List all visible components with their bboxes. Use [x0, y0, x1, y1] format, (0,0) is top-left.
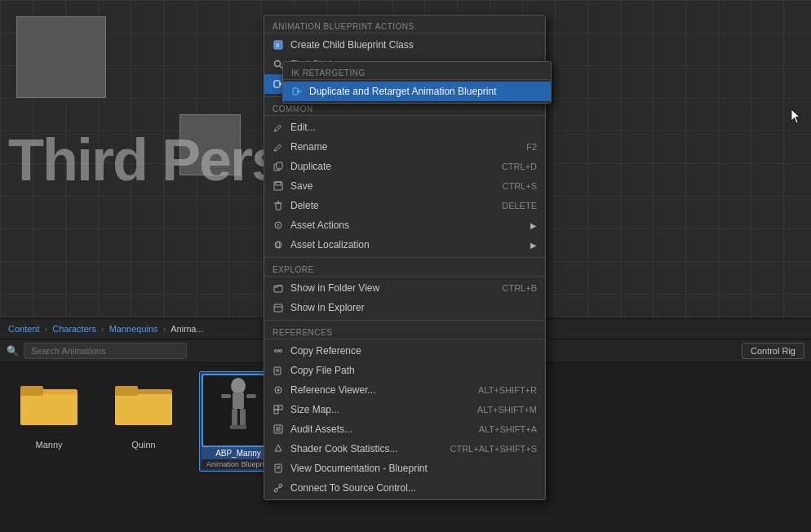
- delete-icon: [273, 200, 284, 211]
- size-map-icon: [273, 404, 284, 415]
- svg-rect-10: [246, 394, 256, 398]
- menu-asset-actions[interactable]: Asset Actions ▶: [264, 215, 545, 235]
- folder-quinn[interactable]: Quinn: [103, 371, 184, 472]
- menu-save[interactable]: Save CTRL+S: [264, 176, 545, 196]
- svg-rect-11: [232, 409, 237, 427]
- folder-manny[interactable]: Manny: [8, 371, 90, 472]
- explorer-icon: [273, 302, 284, 313]
- svg-point-53: [279, 484, 282, 487]
- folder-quinn-icon: [111, 371, 176, 437]
- asset-localization-label: Asset Localization: [290, 239, 521, 250]
- search-icon: 🔍: [7, 345, 19, 357]
- divider-2: [264, 257, 545, 258]
- shader-icon: [273, 443, 284, 454]
- menu-source-control[interactable]: Connect To Source Control...: [264, 478, 545, 498]
- control-rig-tab[interactable]: Control Rig: [742, 343, 804, 359]
- section-animation-bp: Animation Blueprint Actions: [264, 17, 545, 33]
- menu-audit-assets[interactable]: Audit Assets... ALT+SHIFT+A: [264, 419, 545, 439]
- submenu-duplicate-retarget[interactable]: Duplicate and Retarget Animation Bluepri…: [283, 82, 551, 101]
- menu-show-explorer[interactable]: Show in Explorer: [264, 298, 545, 317]
- asset-actions-arrow-icon: ▶: [530, 221, 537, 230]
- menu-reference-viewer[interactable]: Reference Viewer... ALT+SHIFT+R: [264, 380, 545, 400]
- submenu-retarget: IK Retargeting Duplicate and Retarget An…: [282, 61, 552, 104]
- search-input[interactable]: [24, 343, 187, 359]
- copy-reference-label: Copy Reference: [290, 345, 537, 357]
- menu-copy-reference[interactable]: Copy Reference: [264, 341, 545, 361]
- menu-create-child-bp[interactable]: B Create Child Blueprint Class: [264, 35, 545, 55]
- shader-cook-label: Shader Cook Statistics...: [290, 443, 444, 454]
- svg-rect-55: [293, 88, 298, 95]
- submenu-section-ik: IK Retargeting: [283, 64, 551, 80]
- menu-copy-file-path[interactable]: Copy File Path: [264, 361, 545, 380]
- svg-point-30: [277, 242, 280, 248]
- ref-viewer-icon: [273, 384, 284, 396]
- section-references: References: [264, 323, 545, 339]
- breadcrumb-content: Content: [8, 324, 40, 334]
- asset-actions-icon: [273, 219, 284, 231]
- delete-shortcut: DELETE: [502, 201, 537, 211]
- svg-rect-43: [274, 410, 278, 414]
- breadcrumb-mannequins[interactable]: Mannequins: [109, 324, 158, 334]
- folder-view-icon: [273, 282, 284, 294]
- ik-retarget-icon: [291, 86, 303, 97]
- divider-3: [264, 320, 545, 321]
- ref-viewer-label: Reference Viewer...: [290, 384, 472, 396]
- menu-asset-localization[interactable]: Asset Localization ▶: [264, 235, 545, 255]
- duplicate-shortcut: CTRL+D: [502, 162, 537, 171]
- rename-shortcut: F2: [526, 142, 537, 152]
- svg-rect-41: [274, 406, 278, 410]
- edit-label: Edit...: [290, 122, 537, 133]
- svg-rect-14: [238, 425, 246, 429]
- svg-line-54: [276, 487, 281, 489]
- breadcrumb-characters[interactable]: Characters: [52, 324, 96, 334]
- copy-ref-icon: [273, 345, 284, 357]
- svg-rect-32: [274, 304, 282, 312]
- svg-text:B: B: [276, 42, 280, 48]
- svg-rect-12: [240, 409, 246, 427]
- menu-rename[interactable]: Rename F2: [264, 137, 545, 157]
- svg-point-17: [275, 61, 281, 67]
- svg-rect-6: [115, 386, 138, 396]
- duplicate-retarget-label: Duplicate and Retarget Animation Bluepri…: [309, 86, 496, 97]
- menu-delete[interactable]: Delete DELETE: [264, 196, 545, 215]
- svg-point-35: [280, 350, 282, 352]
- menu-duplicate[interactable]: Duplicate CTRL+D: [264, 157, 545, 176]
- svg-rect-31: [274, 286, 282, 292]
- asset-localization-arrow-icon: ▶: [530, 241, 537, 250]
- duplicate-icon: [273, 161, 284, 172]
- viewport-title: Third Pers: [8, 126, 282, 193]
- svg-rect-2: [20, 394, 78, 425]
- menu-shader-cook[interactable]: Shader Cook Statistics... CTRL+ALT+SHIFT…: [264, 439, 545, 459]
- menu-edit[interactable]: Edit...: [264, 117, 545, 137]
- menu-size-map[interactable]: Size Map... ALT+SHIFT+M: [264, 400, 545, 419]
- svg-point-52: [274, 489, 277, 492]
- asset-localization-icon: [273, 239, 284, 250]
- rename-label: Rename: [290, 141, 520, 153]
- bp-icon: B: [273, 39, 284, 51]
- show-explorer-label: Show in Explorer: [290, 302, 537, 313]
- delete-label: Delete: [290, 200, 495, 211]
- create-child-bp-label: Create Child Blueprint Class: [290, 39, 537, 51]
- copy-path-icon: [273, 365, 284, 376]
- svg-rect-8: [233, 392, 244, 409]
- viewport-box1: [16, 16, 106, 98]
- svg-rect-5: [115, 394, 172, 425]
- view-docs-label: View Documentation - Blueprint: [290, 463, 537, 474]
- menu-show-folder[interactable]: Show in Folder View CTRL+B: [264, 278, 545, 298]
- svg-rect-9: [221, 394, 231, 398]
- size-map-shortcut: ALT+SHIFT+M: [477, 405, 537, 415]
- source-control-label: Connect To Source Control...: [290, 482, 537, 494]
- audit-icon: [273, 423, 284, 435]
- show-folder-label: Show in Folder View: [290, 282, 496, 294]
- folder-manny-icon: [16, 371, 82, 437]
- duplicate-label: Duplicate: [290, 161, 495, 172]
- ref-viewer-shortcut: ALT+SHIFT+R: [478, 385, 537, 395]
- menu-view-docs[interactable]: View Documentation - Blueprint: [264, 459, 545, 478]
- svg-rect-42: [278, 406, 282, 410]
- section-explore: Explore: [264, 260, 545, 277]
- rename-icon: [273, 141, 284, 153]
- docs-icon: [273, 463, 284, 474]
- show-folder-shortcut: CTRL+B: [503, 283, 538, 293]
- save-label: Save: [290, 180, 496, 192]
- svg-rect-24: [276, 203, 281, 210]
